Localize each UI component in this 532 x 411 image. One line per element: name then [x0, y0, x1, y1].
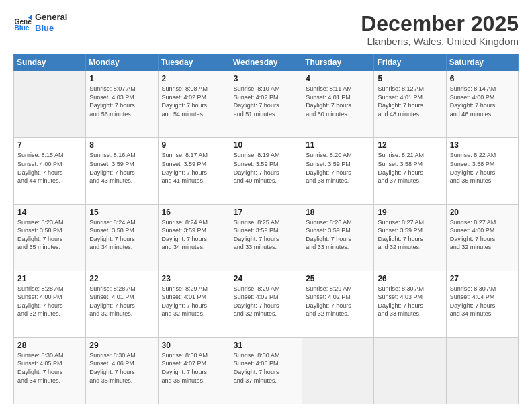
day-info: Sunrise: 8:29 AM Sunset: 4:02 PM Dayligh… — [234, 285, 298, 318]
calendar-cell — [302, 337, 374, 404]
day-number: 8 — [89, 140, 154, 150]
day-number: 21 — [17, 274, 82, 283]
calendar-cell: 2Sunrise: 8:08 AM Sunset: 4:02 PM Daylig… — [158, 71, 230, 138]
calendar-cell: 1Sunrise: 8:07 AM Sunset: 4:03 PM Daylig… — [86, 71, 158, 138]
calendar-cell: 12Sunrise: 8:21 AM Sunset: 3:58 PM Dayli… — [374, 138, 446, 204]
day-number: 7 — [17, 140, 82, 150]
day-number: 3 — [234, 74, 298, 83]
calendar-cell: 24Sunrise: 8:29 AM Sunset: 4:02 PM Dayli… — [230, 271, 302, 337]
day-info: Sunrise: 8:16 AM Sunset: 3:59 PM Dayligh… — [89, 151, 154, 185]
day-number: 30 — [162, 340, 226, 350]
calendar-week-row: 14Sunrise: 8:23 AM Sunset: 3:58 PM Dayli… — [14, 204, 519, 271]
calendar-cell: 7Sunrise: 8:15 AM Sunset: 4:00 PM Daylig… — [14, 138, 86, 204]
calendar-cell: 14Sunrise: 8:23 AM Sunset: 3:58 PM Dayli… — [14, 204, 86, 271]
day-info: Sunrise: 8:30 AM Sunset: 4:08 PM Dayligh… — [234, 351, 298, 385]
calendar-week-row: 21Sunrise: 8:28 AM Sunset: 4:00 PM Dayli… — [14, 271, 519, 337]
calendar-cell: 5Sunrise: 8:12 AM Sunset: 4:01 PM Daylig… — [374, 71, 446, 138]
calendar-cell: 20Sunrise: 8:27 AM Sunset: 4:00 PM Dayli… — [446, 204, 518, 271]
day-info: Sunrise: 8:27 AM Sunset: 4:00 PM Dayligh… — [450, 218, 515, 252]
day-number: 19 — [378, 208, 442, 217]
calendar-title: December 2025 — [361, 12, 519, 36]
calendar-week-row: 1Sunrise: 8:07 AM Sunset: 4:03 PM Daylig… — [14, 71, 519, 138]
calendar-week-row: 28Sunrise: 8:30 AM Sunset: 4:05 PM Dayli… — [14, 337, 519, 404]
day-info: Sunrise: 8:19 AM Sunset: 3:59 PM Dayligh… — [234, 151, 298, 185]
day-number: 16 — [162, 208, 226, 217]
calendar-cell: 8Sunrise: 8:16 AM Sunset: 3:59 PM Daylig… — [86, 138, 158, 204]
day-info: Sunrise: 8:20 AM Sunset: 3:59 PM Dayligh… — [306, 151, 370, 185]
day-info: Sunrise: 8:29 AM Sunset: 4:02 PM Dayligh… — [306, 285, 370, 318]
day-number: 6 — [450, 74, 515, 83]
svg-text:Blue: Blue — [15, 24, 30, 31]
weekday-header-friday: Friday — [374, 54, 446, 71]
logo-line2: Blue — [35, 23, 67, 34]
day-number: 28 — [17, 340, 82, 350]
calendar-cell: 26Sunrise: 8:30 AM Sunset: 4:03 PM Dayli… — [374, 271, 446, 337]
day-info: Sunrise: 8:21 AM Sunset: 3:58 PM Dayligh… — [378, 151, 442, 185]
weekday-header-row: SundayMondayTuesdayWednesdayThursdayFrid… — [14, 54, 519, 71]
day-number: 18 — [306, 208, 370, 217]
day-number: 25 — [306, 274, 370, 283]
day-number: 27 — [450, 274, 515, 283]
calendar-week-row: 7Sunrise: 8:15 AM Sunset: 4:00 PM Daylig… — [14, 138, 519, 204]
day-info: Sunrise: 8:24 AM Sunset: 3:59 PM Dayligh… — [162, 218, 226, 252]
day-info: Sunrise: 8:15 AM Sunset: 4:00 PM Dayligh… — [17, 151, 82, 185]
day-number: 20 — [450, 208, 515, 217]
calendar-cell: 30Sunrise: 8:30 AM Sunset: 4:07 PM Dayli… — [158, 337, 230, 404]
weekday-header-monday: Monday — [86, 54, 158, 71]
day-info: Sunrise: 8:30 AM Sunset: 4:05 PM Dayligh… — [17, 351, 82, 385]
calendar-cell: 25Sunrise: 8:29 AM Sunset: 4:02 PM Dayli… — [302, 271, 374, 337]
day-info: Sunrise: 8:17 AM Sunset: 3:59 PM Dayligh… — [162, 151, 226, 185]
day-number: 1 — [89, 74, 154, 83]
day-info: Sunrise: 8:30 AM Sunset: 4:04 PM Dayligh… — [450, 285, 515, 318]
calendar-cell: 18Sunrise: 8:26 AM Sunset: 3:59 PM Dayli… — [302, 204, 374, 271]
day-number: 5 — [378, 74, 442, 83]
weekday-header-thursday: Thursday — [302, 54, 374, 71]
day-number: 2 — [162, 74, 226, 83]
day-info: Sunrise: 8:24 AM Sunset: 3:58 PM Dayligh… — [89, 218, 154, 252]
day-number: 9 — [162, 140, 226, 150]
logo: General Blue General Blue — [13, 12, 67, 33]
calendar-cell: 4Sunrise: 8:11 AM Sunset: 4:01 PM Daylig… — [302, 71, 374, 138]
weekday-header-tuesday: Tuesday — [158, 54, 230, 71]
calendar-cell: 29Sunrise: 8:30 AM Sunset: 4:06 PM Dayli… — [86, 337, 158, 404]
page: General Blue General Blue December 2025 … — [0, 0, 532, 411]
calendar-cell: 11Sunrise: 8:20 AM Sunset: 3:59 PM Dayli… — [302, 138, 374, 204]
day-number: 23 — [162, 274, 226, 283]
day-info: Sunrise: 8:30 AM Sunset: 4:07 PM Dayligh… — [162, 351, 226, 385]
weekday-header-saturday: Saturday — [446, 54, 518, 71]
weekday-header-wednesday: Wednesday — [230, 54, 302, 71]
calendar-cell: 28Sunrise: 8:30 AM Sunset: 4:05 PM Dayli… — [14, 337, 86, 404]
calendar-cell — [374, 337, 446, 404]
day-info: Sunrise: 8:27 AM Sunset: 3:59 PM Dayligh… — [378, 218, 442, 252]
calendar-table: SundayMondayTuesdayWednesdayThursdayFrid… — [13, 54, 519, 404]
calendar-cell: 21Sunrise: 8:28 AM Sunset: 4:00 PM Dayli… — [14, 271, 86, 337]
day-number: 22 — [89, 274, 154, 283]
day-number: 12 — [378, 140, 442, 150]
weekday-header-sunday: Sunday — [14, 54, 86, 71]
day-number: 15 — [89, 208, 154, 217]
calendar-cell: 10Sunrise: 8:19 AM Sunset: 3:59 PM Dayli… — [230, 138, 302, 204]
day-number: 13 — [450, 140, 515, 150]
day-number: 26 — [378, 274, 442, 283]
day-info: Sunrise: 8:10 AM Sunset: 4:02 PM Dayligh… — [234, 85, 298, 118]
day-info: Sunrise: 8:29 AM Sunset: 4:01 PM Dayligh… — [162, 285, 226, 318]
calendar-cell: 23Sunrise: 8:29 AM Sunset: 4:01 PM Dayli… — [158, 271, 230, 337]
day-info: Sunrise: 8:11 AM Sunset: 4:01 PM Dayligh… — [306, 85, 370, 118]
calendar-cell: 6Sunrise: 8:14 AM Sunset: 4:00 PM Daylig… — [446, 71, 518, 138]
calendar-cell: 17Sunrise: 8:25 AM Sunset: 3:59 PM Dayli… — [230, 204, 302, 271]
calendar-cell — [14, 71, 86, 138]
logo-line1: General — [35, 12, 67, 23]
logo-icon: General Blue — [13, 13, 32, 32]
calendar-cell: 13Sunrise: 8:22 AM Sunset: 3:58 PM Dayli… — [446, 138, 518, 204]
calendar-cell: 27Sunrise: 8:30 AM Sunset: 4:04 PM Dayli… — [446, 271, 518, 337]
day-info: Sunrise: 8:28 AM Sunset: 4:01 PM Dayligh… — [89, 285, 154, 318]
calendar-cell: 16Sunrise: 8:24 AM Sunset: 3:59 PM Dayli… — [158, 204, 230, 271]
calendar-cell: 3Sunrise: 8:10 AM Sunset: 4:02 PM Daylig… — [230, 71, 302, 138]
day-number: 31 — [234, 340, 298, 350]
day-info: Sunrise: 8:30 AM Sunset: 4:03 PM Dayligh… — [378, 285, 442, 318]
day-info: Sunrise: 8:28 AM Sunset: 4:00 PM Dayligh… — [17, 285, 82, 318]
day-number: 17 — [234, 208, 298, 217]
day-info: Sunrise: 8:07 AM Sunset: 4:03 PM Dayligh… — [89, 85, 154, 118]
day-number: 10 — [234, 140, 298, 150]
calendar-subtitle: Llanberis, Wales, United Kingdom — [361, 36, 519, 47]
